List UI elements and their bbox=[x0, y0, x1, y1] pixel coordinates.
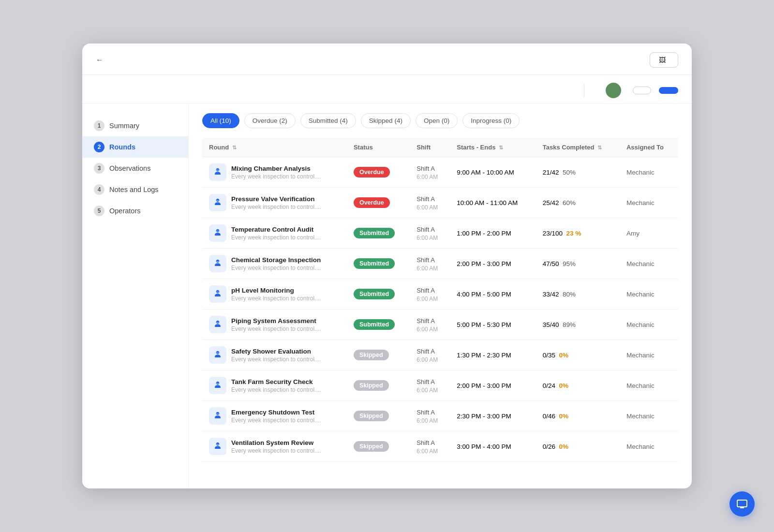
sidebar-item-notes[interactable]: 4 Notes and Logs bbox=[82, 179, 188, 200]
cell-tasks-9: 0/26 0% bbox=[536, 431, 620, 462]
table-row[interactable]: Pressure Valve Verification Every week i… bbox=[202, 188, 678, 218]
sidebar-item-observations[interactable]: 3 Observations bbox=[82, 158, 188, 179]
table-row[interactable]: Piping System Assessment Every week insp… bbox=[202, 310, 678, 340]
table-row[interactable]: Chemical Storage Inspection Every week i… bbox=[202, 249, 678, 279]
avatar bbox=[606, 83, 621, 98]
sidebar-item-rounds[interactable]: 2 Rounds bbox=[82, 136, 188, 158]
col-status: Status bbox=[347, 138, 410, 157]
sidebar-label-summary: Summary bbox=[109, 122, 139, 130]
cell-assigned-9: Mechanic bbox=[620, 431, 678, 462]
table-row[interactable]: Emergency Shutdown Test Every week inspe… bbox=[202, 401, 678, 431]
round-name-7: Tank Farm Security Check bbox=[231, 378, 321, 385]
sidebar-item-summary[interactable]: 1 Summary bbox=[82, 115, 188, 136]
user-info bbox=[606, 83, 625, 98]
table-header-row: Round ⇅ Status Shift Starts - Ends ⇅ Tas… bbox=[202, 138, 678, 157]
col-tasks: Tasks Completed ⇅ bbox=[536, 138, 620, 157]
col-shift: Shift bbox=[410, 138, 450, 157]
round-icon-9 bbox=[209, 438, 226, 455]
round-desc-8: Every week inspection to control.... bbox=[231, 417, 321, 424]
cell-starts-ends-7: 2:00 PM - 3:00 PM bbox=[450, 370, 536, 401]
view-button[interactable]: 🖼 bbox=[650, 52, 678, 68]
cell-round-5: Piping System Assessment Every week insp… bbox=[202, 310, 347, 340]
round-desc-2: Every week inspection to control.... bbox=[231, 234, 321, 241]
round-desc-3: Every week inspection to control.... bbox=[231, 265, 321, 271]
sidebar: 1 Summary 2 Rounds 3 Observations 4 Note… bbox=[82, 103, 189, 488]
cell-shift-3: Shift A 6:00 AM bbox=[410, 249, 450, 279]
sidebar-label-operators: Operators bbox=[109, 207, 140, 215]
cell-shift-4: Shift A 6:00 AM bbox=[410, 279, 450, 310]
sort-icon-starts[interactable]: ⇅ bbox=[499, 145, 503, 151]
round-desc-6: Every week inspection to control.... bbox=[231, 356, 321, 363]
filter-tab-0[interactable]: All (10) bbox=[202, 113, 239, 128]
back-to-list-button[interactable]: ← bbox=[96, 56, 106, 64]
round-icon-4 bbox=[209, 285, 226, 303]
cell-round-8: Emergency Shutdown Test Every week inspe… bbox=[202, 401, 347, 431]
shift-name-1: Shift A bbox=[417, 194, 443, 204]
shift-name-3: Shift A bbox=[417, 255, 443, 265]
next-button[interactable] bbox=[659, 87, 678, 94]
round-icon-8 bbox=[209, 407, 226, 425]
sidebar-num-4: 4 bbox=[94, 184, 104, 195]
cell-status-7: Skipped bbox=[347, 370, 410, 401]
pct-7: 0% bbox=[559, 382, 569, 389]
table-row[interactable]: Tank Farm Security Check Every week insp… bbox=[202, 370, 678, 401]
cell-round-6: Safety Shower Evaluation Every week insp… bbox=[202, 340, 347, 370]
cell-tasks-3: 47/50 95% bbox=[536, 249, 620, 279]
cell-shift-2: Shift A 6:00 AM bbox=[410, 218, 450, 249]
round-icon-6 bbox=[209, 346, 226, 364]
round-name-8: Emergency Shutdown Test bbox=[231, 409, 321, 416]
round-name-3: Chemical Storage Inspection bbox=[231, 256, 321, 264]
filter-tab-2[interactable]: Submitted (4) bbox=[300, 113, 356, 128]
cell-round-7: Tank Farm Security Check Every week insp… bbox=[202, 370, 347, 401]
cell-tasks-8: 0/46 0% bbox=[536, 401, 620, 431]
svg-rect-2 bbox=[216, 231, 220, 232]
table-row[interactable]: Mixing Chamber Analysis Every week inspe… bbox=[202, 157, 678, 188]
shift-name-8: Shift A bbox=[417, 408, 443, 417]
status-badge-2: Submitted bbox=[354, 228, 395, 238]
cell-round-2: Temperature Control Audit Every week ins… bbox=[202, 218, 347, 249]
table-row[interactable]: Temperature Control Audit Every week ins… bbox=[202, 218, 678, 249]
pct-9: 0% bbox=[559, 443, 569, 450]
svg-rect-6 bbox=[216, 353, 220, 354]
shift-name-7: Shift A bbox=[417, 377, 443, 387]
round-name-1: Pressure Valve Verification bbox=[231, 195, 321, 203]
table-row[interactable]: Ventilation System Review Every week ins… bbox=[202, 431, 678, 462]
cell-shift-6: Shift A 6:00 AM bbox=[410, 340, 450, 370]
cell-starts-ends-5: 5:00 PM - 5:30 PM bbox=[450, 310, 536, 340]
cell-status-4: Submitted bbox=[347, 279, 410, 310]
cell-starts-ends-3: 2:00 PM - 3:00 PM bbox=[450, 249, 536, 279]
sort-icon-round[interactable]: ⇅ bbox=[232, 145, 237, 151]
cell-tasks-7: 0/24 0% bbox=[536, 370, 620, 401]
fab-button[interactable] bbox=[729, 491, 755, 517]
round-desc-7: Every week inspection to control.... bbox=[231, 386, 321, 393]
sidebar-label-notes: Notes and Logs bbox=[109, 186, 159, 193]
filter-tab-1[interactable]: Overdue (2) bbox=[244, 113, 296, 128]
previous-button[interactable] bbox=[633, 87, 651, 94]
round-name-0: Mixing Chamber Analysis bbox=[231, 165, 321, 172]
shift-name-4: Shift A bbox=[417, 286, 443, 296]
cell-assigned-2: Amy bbox=[620, 218, 678, 249]
cell-assigned-6: Mechanic bbox=[620, 340, 678, 370]
filter-tab-4[interactable]: Open (0) bbox=[416, 113, 458, 128]
round-icon-0 bbox=[209, 163, 226, 181]
app-window: ← 🖼 1 bbox=[82, 44, 692, 488]
sort-icon-tasks[interactable]: ⇅ bbox=[597, 145, 602, 151]
filter-tab-3[interactable]: Skipped (4) bbox=[361, 113, 411, 128]
cell-status-6: Skipped bbox=[347, 340, 410, 370]
sidebar-item-operators[interactable]: 5 Operators bbox=[82, 200, 188, 222]
cell-status-3: Submitted bbox=[347, 249, 410, 279]
filter-tab-5[interactable]: Inprogress (0) bbox=[462, 113, 520, 128]
pct-1: 60% bbox=[563, 199, 576, 207]
status-badge-6: Skipped bbox=[354, 350, 389, 360]
round-icon-2 bbox=[209, 224, 226, 242]
shift-time-7: 6:00 AM bbox=[417, 387, 443, 394]
shift-time-0: 6:00 AM bbox=[417, 174, 443, 180]
shift-time-2: 6:00 AM bbox=[417, 235, 443, 241]
shift-time-3: 6:00 AM bbox=[417, 265, 443, 272]
svg-rect-8 bbox=[216, 414, 220, 414]
cell-assigned-1: Mechanic bbox=[620, 188, 678, 218]
table-row[interactable]: Safety Shower Evaluation Every week insp… bbox=[202, 340, 678, 370]
table-row[interactable]: pH Level Monitoring Every week inspectio… bbox=[202, 279, 678, 310]
round-desc-1: Every week inspection to control.... bbox=[231, 204, 321, 210]
cell-starts-ends-8: 2:30 PM - 3:00 PM bbox=[450, 401, 536, 431]
